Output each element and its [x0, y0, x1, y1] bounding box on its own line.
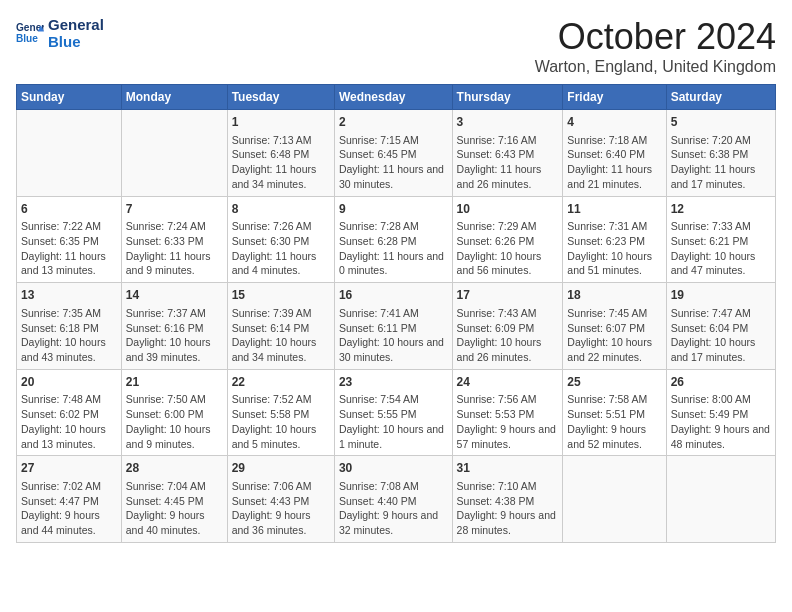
logo: General Blue General Blue [16, 16, 104, 51]
calendar-cell: 23Sunrise: 7:54 AM Sunset: 5:55 PM Dayli… [334, 369, 452, 456]
day-number: 26 [671, 374, 771, 391]
calendar-cell: 1Sunrise: 7:13 AM Sunset: 6:48 PM Daylig… [227, 110, 334, 197]
calendar-cell: 6Sunrise: 7:22 AM Sunset: 6:35 PM Daylig… [17, 196, 122, 283]
calendar-cell: 19Sunrise: 7:47 AM Sunset: 6:04 PM Dayli… [666, 283, 775, 370]
cell-content: Sunrise: 7:02 AM Sunset: 4:47 PM Dayligh… [21, 479, 117, 538]
cell-content: Sunrise: 7:13 AM Sunset: 6:48 PM Dayligh… [232, 133, 330, 192]
calendar-cell: 8Sunrise: 7:26 AM Sunset: 6:30 PM Daylig… [227, 196, 334, 283]
day-number: 7 [126, 201, 223, 218]
header-monday: Monday [121, 85, 227, 110]
header-friday: Friday [563, 85, 666, 110]
week-row-2: 6Sunrise: 7:22 AM Sunset: 6:35 PM Daylig… [17, 196, 776, 283]
cell-content: Sunrise: 7:18 AM Sunset: 6:40 PM Dayligh… [567, 133, 661, 192]
calendar-cell: 16Sunrise: 7:41 AM Sunset: 6:11 PM Dayli… [334, 283, 452, 370]
day-number: 23 [339, 374, 448, 391]
calendar-cell: 25Sunrise: 7:58 AM Sunset: 5:51 PM Dayli… [563, 369, 666, 456]
svg-text:Blue: Blue [16, 34, 38, 45]
day-number: 21 [126, 374, 223, 391]
header-thursday: Thursday [452, 85, 563, 110]
header-tuesday: Tuesday [227, 85, 334, 110]
calendar-cell [666, 456, 775, 543]
day-number: 15 [232, 287, 330, 304]
cell-content: Sunrise: 7:45 AM Sunset: 6:07 PM Dayligh… [567, 306, 661, 365]
cell-content: Sunrise: 7:16 AM Sunset: 6:43 PM Dayligh… [457, 133, 559, 192]
cell-content: Sunrise: 7:33 AM Sunset: 6:21 PM Dayligh… [671, 219, 771, 278]
cell-content: Sunrise: 7:50 AM Sunset: 6:00 PM Dayligh… [126, 392, 223, 451]
cell-content: Sunrise: 7:06 AM Sunset: 4:43 PM Dayligh… [232, 479, 330, 538]
calendar-cell: 30Sunrise: 7:08 AM Sunset: 4:40 PM Dayli… [334, 456, 452, 543]
calendar-cell: 26Sunrise: 8:00 AM Sunset: 5:49 PM Dayli… [666, 369, 775, 456]
day-number: 28 [126, 460, 223, 477]
day-number: 16 [339, 287, 448, 304]
day-number: 27 [21, 460, 117, 477]
cell-content: Sunrise: 7:08 AM Sunset: 4:40 PM Dayligh… [339, 479, 448, 538]
cell-content: Sunrise: 7:15 AM Sunset: 6:45 PM Dayligh… [339, 133, 448, 192]
calendar-cell: 7Sunrise: 7:24 AM Sunset: 6:33 PM Daylig… [121, 196, 227, 283]
cell-content: Sunrise: 7:56 AM Sunset: 5:53 PM Dayligh… [457, 392, 559, 451]
cell-content: Sunrise: 7:26 AM Sunset: 6:30 PM Dayligh… [232, 219, 330, 278]
day-number: 13 [21, 287, 117, 304]
day-number: 19 [671, 287, 771, 304]
day-number: 14 [126, 287, 223, 304]
day-number: 3 [457, 114, 559, 131]
location: Warton, England, United Kingdom [535, 58, 776, 76]
day-number: 22 [232, 374, 330, 391]
week-row-5: 27Sunrise: 7:02 AM Sunset: 4:47 PM Dayli… [17, 456, 776, 543]
cell-content: Sunrise: 7:37 AM Sunset: 6:16 PM Dayligh… [126, 306, 223, 365]
day-number: 6 [21, 201, 117, 218]
cell-content: Sunrise: 7:04 AM Sunset: 4:45 PM Dayligh… [126, 479, 223, 538]
day-number: 1 [232, 114, 330, 131]
calendar-cell: 4Sunrise: 7:18 AM Sunset: 6:40 PM Daylig… [563, 110, 666, 197]
day-number: 18 [567, 287, 661, 304]
calendar-cell [17, 110, 122, 197]
calendar-table: SundayMondayTuesdayWednesdayThursdayFrid… [16, 84, 776, 543]
day-number: 4 [567, 114, 661, 131]
calendar-cell: 14Sunrise: 7:37 AM Sunset: 6:16 PM Dayli… [121, 283, 227, 370]
calendar-cell: 24Sunrise: 7:56 AM Sunset: 5:53 PM Dayli… [452, 369, 563, 456]
cell-content: Sunrise: 7:47 AM Sunset: 6:04 PM Dayligh… [671, 306, 771, 365]
day-number: 20 [21, 374, 117, 391]
header-sunday: Sunday [17, 85, 122, 110]
calendar-cell: 3Sunrise: 7:16 AM Sunset: 6:43 PM Daylig… [452, 110, 563, 197]
calendar-cell: 2Sunrise: 7:15 AM Sunset: 6:45 PM Daylig… [334, 110, 452, 197]
month-title: October 2024 [535, 16, 776, 58]
cell-content: Sunrise: 7:20 AM Sunset: 6:38 PM Dayligh… [671, 133, 771, 192]
day-number: 10 [457, 201, 559, 218]
day-number: 5 [671, 114, 771, 131]
cell-content: Sunrise: 7:58 AM Sunset: 5:51 PM Dayligh… [567, 392, 661, 451]
cell-content: Sunrise: 7:39 AM Sunset: 6:14 PM Dayligh… [232, 306, 330, 365]
calendar-header-row: SundayMondayTuesdayWednesdayThursdayFrid… [17, 85, 776, 110]
day-number: 17 [457, 287, 559, 304]
logo-blue: Blue [48, 33, 104, 50]
cell-content: Sunrise: 7:22 AM Sunset: 6:35 PM Dayligh… [21, 219, 117, 278]
day-number: 30 [339, 460, 448, 477]
day-number: 11 [567, 201, 661, 218]
cell-content: Sunrise: 7:31 AM Sunset: 6:23 PM Dayligh… [567, 219, 661, 278]
calendar-cell: 18Sunrise: 7:45 AM Sunset: 6:07 PM Dayli… [563, 283, 666, 370]
week-row-1: 1Sunrise: 7:13 AM Sunset: 6:48 PM Daylig… [17, 110, 776, 197]
week-row-4: 20Sunrise: 7:48 AM Sunset: 6:02 PM Dayli… [17, 369, 776, 456]
day-number: 25 [567, 374, 661, 391]
calendar-cell: 15Sunrise: 7:39 AM Sunset: 6:14 PM Dayli… [227, 283, 334, 370]
cell-content: Sunrise: 7:41 AM Sunset: 6:11 PM Dayligh… [339, 306, 448, 365]
cell-content: Sunrise: 7:28 AM Sunset: 6:28 PM Dayligh… [339, 219, 448, 278]
page-header: General Blue General Blue October 2024 W… [16, 16, 776, 76]
calendar-cell: 17Sunrise: 7:43 AM Sunset: 6:09 PM Dayli… [452, 283, 563, 370]
calendar-cell: 9Sunrise: 7:28 AM Sunset: 6:28 PM Daylig… [334, 196, 452, 283]
day-number: 24 [457, 374, 559, 391]
logo-icon: General Blue [16, 19, 44, 47]
day-number: 31 [457, 460, 559, 477]
day-number: 8 [232, 201, 330, 218]
cell-content: Sunrise: 7:48 AM Sunset: 6:02 PM Dayligh… [21, 392, 117, 451]
header-saturday: Saturday [666, 85, 775, 110]
calendar-cell: 22Sunrise: 7:52 AM Sunset: 5:58 PM Dayli… [227, 369, 334, 456]
cell-content: Sunrise: 7:43 AM Sunset: 6:09 PM Dayligh… [457, 306, 559, 365]
cell-content: Sunrise: 7:24 AM Sunset: 6:33 PM Dayligh… [126, 219, 223, 278]
calendar-cell: 21Sunrise: 7:50 AM Sunset: 6:00 PM Dayli… [121, 369, 227, 456]
cell-content: Sunrise: 7:54 AM Sunset: 5:55 PM Dayligh… [339, 392, 448, 451]
calendar-cell: 11Sunrise: 7:31 AM Sunset: 6:23 PM Dayli… [563, 196, 666, 283]
cell-content: Sunrise: 7:10 AM Sunset: 4:38 PM Dayligh… [457, 479, 559, 538]
calendar-cell: 13Sunrise: 7:35 AM Sunset: 6:18 PM Dayli… [17, 283, 122, 370]
calendar-cell: 28Sunrise: 7:04 AM Sunset: 4:45 PM Dayli… [121, 456, 227, 543]
day-number: 29 [232, 460, 330, 477]
